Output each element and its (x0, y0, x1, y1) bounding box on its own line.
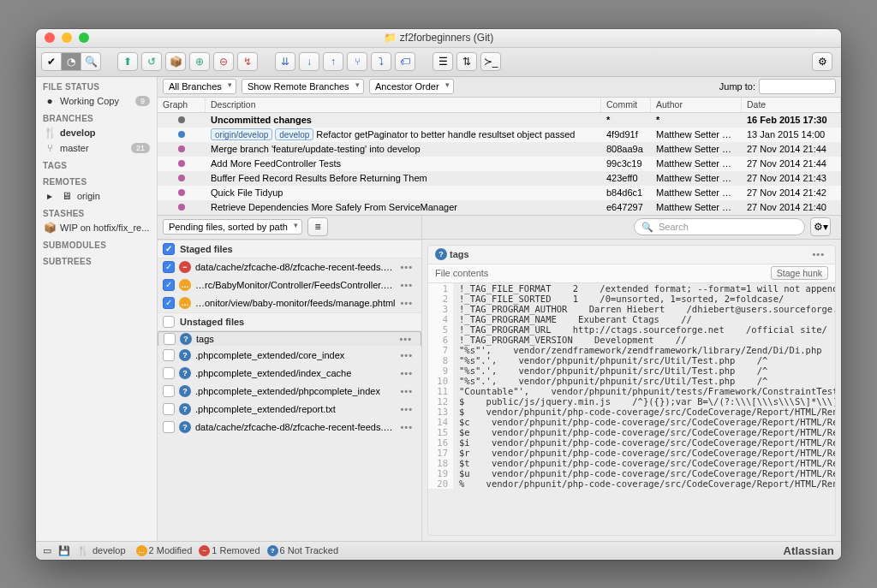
file-actions-button[interactable]: ••• (400, 386, 416, 396)
pending-files-select[interactable]: Pending files, sorted by path (163, 219, 302, 235)
remote-button[interactable]: ⇅ (456, 52, 477, 71)
status-branch: develop (92, 545, 126, 555)
file-row[interactable]: ?data/cache/zfcache-d8/zfcache-recent-fe… (158, 419, 421, 437)
file-row[interactable]: ?.phpcomplete_extended/core_index••• (158, 347, 421, 365)
branch-tag: develop (275, 128, 313, 140)
terminal-button[interactable]: ≻_ (480, 52, 501, 71)
commit-row[interactable]: Uncommitted changes**16 Feb 2015 17:30 (158, 113, 841, 128)
branch-button[interactable]: ⑂ (347, 52, 367, 71)
file-options-button[interactable]: ••• (812, 249, 828, 259)
remove-button[interactable]: ⊖ (213, 52, 234, 71)
checkbox[interactable]: ✓ (163, 279, 175, 291)
merge-button[interactable]: ⤵ (371, 52, 391, 71)
checkbox[interactable]: ✓ (163, 243, 175, 255)
file-actions-button[interactable]: ••• (400, 280, 416, 290)
jump-input[interactable] (759, 79, 836, 94)
sidebar-item-origin[interactable]: ▸ 🖥 origin (36, 188, 157, 204)
search-input[interactable]: 🔍 Search (634, 218, 805, 235)
fetch-button[interactable]: ⇊ (275, 52, 295, 71)
file-row[interactable]: ✓……onitor/view/baby-monitor/feeds/manage… (158, 294, 421, 312)
gitflow-button[interactable]: ☰ (433, 52, 453, 71)
zoom-icon[interactable] (79, 33, 89, 43)
file-list-pane: Pending files, sorted by path ≡ ✓Staged … (158, 216, 422, 541)
push-button[interactable]: ↑ (323, 52, 343, 71)
sidebar-item-stash[interactable]: 📦 WIP on hotfix/fix_re... (36, 220, 157, 235)
file-actions-button[interactable]: ••• (400, 298, 416, 308)
file-row[interactable]: ?.phpcomplete_extended/phpcomplete_index… (158, 383, 421, 401)
file-row[interactable]: ✓……rc/BabyMonitor/Controller/FeedsContro… (158, 276, 421, 294)
commit-row[interactable]: Retrieve Dependencies More Safely From S… (158, 200, 841, 215)
file-actions-button[interactable]: ••• (400, 262, 416, 272)
pull-button[interactable]: ↓ (299, 52, 319, 71)
checkbox[interactable] (163, 403, 175, 415)
master-badge: 21 (131, 143, 150, 153)
untracked-icon: ? (179, 367, 191, 379)
file-row[interactable]: ?.phpcomplete_extended/report.txt••• (158, 401, 421, 419)
filter-branches[interactable]: All Branches (163, 79, 236, 94)
sidebar-item-branch-master[interactable]: ⑂ master 21 (36, 140, 157, 156)
col-description[interactable]: Description (206, 98, 601, 112)
col-author[interactable]: Author (651, 98, 742, 112)
file-actions-button[interactable]: ••• (400, 404, 416, 414)
col-date[interactable]: Date (742, 98, 841, 112)
commit-row[interactable]: origin/developdevelopRefactor getPaginat… (158, 128, 841, 142)
checkbox[interactable]: ✓ (163, 261, 175, 273)
branch-icon: ⑂ (43, 142, 57, 154)
file-actions-button[interactable]: ••• (399, 334, 415, 344)
file-actions-button[interactable]: ••• (400, 422, 416, 432)
sidebar-item-branch-develop[interactable]: 🍴 develop (36, 125, 157, 140)
filter-remote-branches[interactable]: Show Remote Branches (242, 79, 364, 94)
file-section-header[interactable]: ✓Staged files (158, 240, 421, 258)
checkbox[interactable] (163, 385, 175, 397)
file-row[interactable]: ✓−data/cache/zfcache-d8/zfcache-recent-f… (158, 258, 421, 276)
commit-table-header: Graph Description Commit Author Date (158, 98, 841, 113)
toolbar: ✔ ◔ 🔍 ⬆ ↺ 📦 ⊕ ⊖ ↯ ⇊ ↓ ↑ ⑂ ⤵ 🏷 ☰ ⇅ ≻_ ⚙ (36, 48, 841, 77)
checkout-button[interactable]: ⬆ (117, 52, 138, 71)
col-graph[interactable]: Graph (158, 98, 206, 112)
section-stashes: STASHES (36, 204, 157, 220)
minimize-icon[interactable] (62, 33, 72, 43)
add-button[interactable]: ⊕ (189, 52, 210, 71)
file-actions-button[interactable]: ••• (400, 368, 416, 378)
list-view-button[interactable]: ≡ (307, 217, 328, 236)
branch-icon: 🍴 (43, 127, 57, 139)
addremove-button[interactable]: ↯ (237, 52, 258, 71)
history-button[interactable]: ◔ (61, 52, 81, 71)
tag-button[interactable]: 🏷 (395, 52, 415, 71)
col-commit[interactable]: Commit (601, 98, 651, 112)
checkbox[interactable] (163, 316, 175, 328)
file-name: .phpcomplete_extended/phpcomplete_index (195, 386, 396, 396)
file-name: …rc/BabyMonitor/Controller/FeedsControll… (195, 280, 396, 290)
search-button[interactable]: 🔍 (81, 52, 101, 71)
modified-icon: … (179, 297, 191, 309)
preview-file-name: tags (450, 249, 469, 259)
commit-row[interactable]: Add More FeedController Tests99c3c19Matt… (158, 157, 841, 171)
commit-row[interactable]: Quick File Tidyupb84d6c1Matthew Setter <… (158, 186, 841, 200)
checkbox[interactable] (164, 333, 176, 345)
checkbox[interactable]: ✓ (163, 297, 175, 309)
file-name: tags (196, 334, 395, 344)
settings-button[interactable]: ⚙ (812, 52, 832, 71)
code-preview[interactable]: 1!_TAG_FILE_FORMAT 2 /extended format; -… (428, 283, 835, 535)
sidebar: FILE STATUS ● Working Copy 9 BRANCHES 🍴 … (36, 77, 158, 541)
modified-icon: … (179, 279, 191, 291)
file-section-header[interactable]: Unstaged files (158, 312, 421, 331)
file-actions-button[interactable]: ••• (400, 350, 416, 360)
commit-row[interactable]: Merge branch 'feature/update-testing' in… (158, 142, 841, 157)
reset-button[interactable]: ↺ (141, 52, 162, 71)
close-icon[interactable] (45, 33, 55, 43)
checkbox[interactable] (163, 421, 175, 433)
sidebar-item-working-copy[interactable]: ● Working Copy 9 (36, 93, 157, 109)
filter-order[interactable]: Ancestor Order (369, 79, 454, 94)
checkbox[interactable] (163, 367, 175, 379)
commit-button[interactable]: ✔ (41, 52, 62, 71)
stage-hunk-button[interactable]: Stage hunk (771, 266, 828, 280)
file-row[interactable]: ?.phpcomplete_extended/index_cache••• (158, 365, 421, 383)
commit-row[interactable]: Buffer Feed Record Results Before Return… (158, 171, 841, 186)
diff-options-button[interactable]: ⚙▾ (810, 217, 831, 236)
stash-button[interactable]: 📦 (165, 52, 186, 71)
section-subtrees: SUBTREES (36, 252, 157, 268)
file-row[interactable]: ?tags••• (158, 331, 421, 347)
brand-label: Atlassian (783, 544, 834, 557)
checkbox[interactable] (163, 349, 175, 361)
